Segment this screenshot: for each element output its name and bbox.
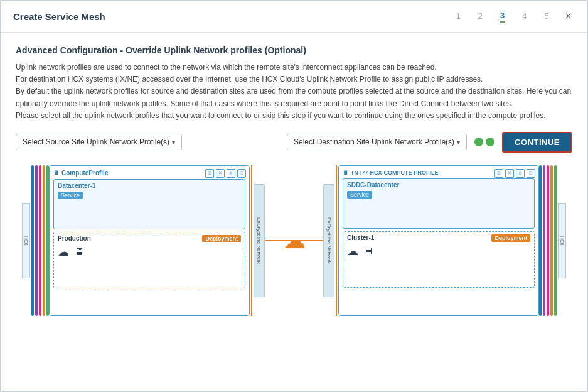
right-server-icon: 🖥 bbox=[363, 246, 373, 257]
right-service-badge: Service bbox=[347, 191, 372, 199]
middle-cloud-icon: ☁ bbox=[283, 227, 306, 254]
left-deployment-badge: Deployment bbox=[202, 235, 241, 242]
right-cloud-icon: ☁ bbox=[347, 244, 358, 258]
steps-indicator: 1 2 3 4 5 bbox=[456, 11, 548, 23]
left-side-label: HCX bbox=[22, 203, 30, 278]
left-profile-icons: ⊞ ✕ ⊕ ⊡ bbox=[205, 169, 246, 178]
step-4[interactable]: 4 bbox=[522, 11, 527, 22]
destination-uplink-dropdown[interactable]: Select Destination Site Uplink Network P… bbox=[287, 134, 467, 150]
left-production-box: Production Deployment ☁ 🖥 bbox=[53, 232, 245, 288]
middle-cloud-section: ☁ bbox=[265, 165, 323, 316]
status-dot-1 bbox=[474, 138, 483, 146]
right-orange-line bbox=[336, 165, 337, 316]
status-dot-2 bbox=[486, 138, 494, 146]
diagram-area: HCX 🖥 ComputeProfile ⊞ ✕ bbox=[16, 165, 572, 316]
line-blue bbox=[31, 165, 34, 316]
right-icon-1: ⊞ bbox=[494, 169, 503, 178]
step-2[interactable]: 2 bbox=[478, 11, 483, 22]
right-icon-3: ⊕ bbox=[516, 169, 525, 178]
right-line-green bbox=[554, 165, 557, 316]
controls-row: Select Source Site Uplink Network Profil… bbox=[16, 132, 572, 153]
left-icon-2: ✕ bbox=[216, 169, 225, 178]
right-lines bbox=[539, 165, 557, 316]
source-uplink-dropdown[interactable]: Select Source Site Uplink Network Profil… bbox=[16, 134, 182, 150]
step-3[interactable]: 3 bbox=[500, 11, 505, 23]
left-profile-container: 🖥 ComputeProfile ⊞ ✕ ⊕ ⊡ Datacenter-1 Se… bbox=[49, 165, 250, 316]
left-icon-3: ⊕ bbox=[227, 169, 235, 178]
left-server-icon: 🖥 bbox=[74, 246, 84, 258]
left-production-label: Production bbox=[58, 235, 91, 242]
right-datacenter-label: SDDC-Datacenter bbox=[347, 182, 530, 188]
modal-title: Create Service Mesh bbox=[13, 11, 456, 22]
left-separator: EnCrypt the Network bbox=[254, 184, 265, 297]
right-deployment-badge: Deployment bbox=[491, 234, 530, 242]
left-lines bbox=[31, 165, 49, 316]
right-line-orange bbox=[550, 165, 553, 316]
modal-body: Advanced Configuration - Override Uplink… bbox=[1, 33, 587, 391]
right-icon-4: ⊡ bbox=[527, 169, 535, 178]
right-separator-label: EnCrypt the Network bbox=[326, 217, 332, 264]
left-datacenter-label: Datacenter-1 bbox=[58, 182, 241, 189]
modal-header: Create Service Mesh 1 2 3 4 5 × bbox=[1, 1, 587, 33]
source-dropdown-arrow: ▾ bbox=[172, 139, 175, 146]
right-cluster-label: Cluster-1 bbox=[347, 234, 374, 241]
left-connector bbox=[250, 165, 254, 316]
left-datacenter-box: Datacenter-1 Service bbox=[53, 179, 245, 229]
right-separator: EnCrypt the Network bbox=[323, 184, 334, 297]
right-compute-profile: 🖥 TNT77-HCX-COMPUTE-PROFILE ⊞ ✕ ⊕ ⊡ SDDC… bbox=[338, 165, 539, 316]
line-purple bbox=[35, 165, 38, 316]
create-service-mesh-modal: Create Service Mesh 1 2 3 4 5 × Advanced… bbox=[0, 0, 588, 392]
description-text: Uplink network profiles are used to conn… bbox=[16, 62, 572, 122]
right-line-blue bbox=[539, 165, 542, 316]
left-icon-1: ⊞ bbox=[205, 169, 214, 178]
right-line-pink bbox=[547, 165, 549, 316]
left-icon-4: ⊡ bbox=[237, 169, 246, 178]
line-pink bbox=[39, 165, 41, 316]
left-separator-label: EnCrypt the Network bbox=[256, 217, 262, 264]
left-orange-line bbox=[251, 165, 252, 316]
left-icon-row: ☁ 🖥 bbox=[58, 242, 241, 261]
right-line-purple bbox=[543, 165, 545, 316]
right-profile-icons: ⊞ ✕ ⊕ ⊡ bbox=[494, 169, 535, 178]
continue-button[interactable]: CONTINUE bbox=[502, 132, 572, 153]
status-indicators bbox=[474, 138, 494, 146]
left-service-badge: Service bbox=[58, 192, 83, 199]
line-orange bbox=[43, 165, 45, 316]
step-5[interactable]: 5 bbox=[544, 11, 548, 22]
right-profile-container: 🖥 TNT77-HCX-COMPUTE-PROFILE ⊞ ✕ ⊕ ⊡ SDDC… bbox=[338, 165, 539, 316]
close-button[interactable]: × bbox=[562, 8, 575, 24]
section-title: Advanced Configuration - Override Uplink… bbox=[16, 45, 572, 55]
destination-dropdown-arrow: ▾ bbox=[457, 139, 460, 146]
right-icon-2: ✕ bbox=[505, 169, 514, 178]
right-icon-row: ☁ 🖥 bbox=[347, 242, 530, 261]
left-cloud-icon: ☁ bbox=[58, 245, 69, 259]
right-cluster-box: Cluster-1 Deployment ☁ 🖥 bbox=[343, 231, 535, 288]
left-compute-profile: 🖥 ComputeProfile ⊞ ✕ ⊕ ⊡ Datacenter-1 Se… bbox=[49, 165, 250, 316]
step-1[interactable]: 1 bbox=[456, 11, 460, 22]
right-datacenter-box: SDDC-Datacenter Service bbox=[343, 178, 535, 229]
right-side-label: HCX bbox=[558, 203, 566, 278]
